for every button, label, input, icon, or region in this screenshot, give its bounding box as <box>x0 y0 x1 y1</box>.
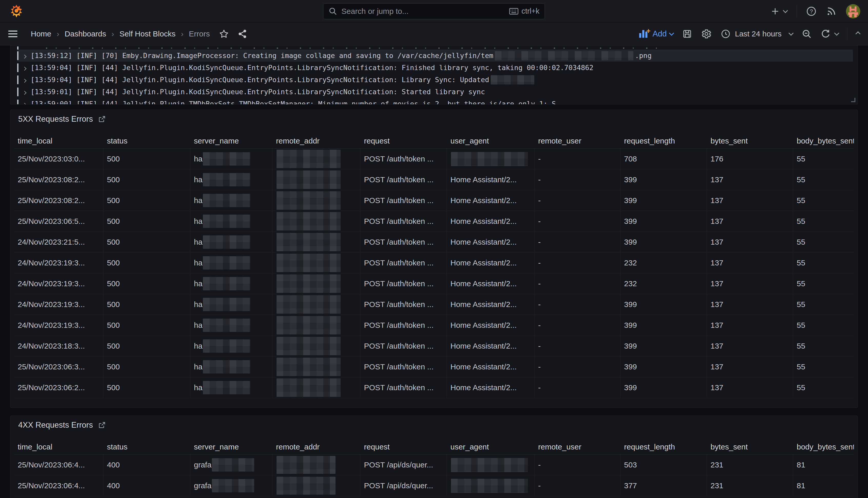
table-cell: 500 <box>103 336 190 356</box>
grafana-logo[interactable] <box>10 4 23 18</box>
table-cell: Home Assistant/2... <box>447 315 534 336</box>
breadcrumb-item-self-host-blocks[interactable]: Self Host Blocks <box>120 29 175 38</box>
table-cell: 231 <box>707 475 793 496</box>
expand-chevron-icon[interactable] <box>23 88 26 96</box>
column-header-remote_user[interactable]: remote_user <box>534 443 621 451</box>
table-cell: ha <box>190 253 272 273</box>
table-cell: POST /auth/token ... <box>361 253 447 273</box>
table-cell: ha <box>190 377 272 398</box>
column-header-time_local[interactable]: time_local <box>14 136 103 145</box>
log-line[interactable]: [13:59:12] [INF] [70] Emby.Drawing.Image… <box>17 50 853 62</box>
panel-header[interactable]: 4XX Requests Errors <box>14 416 854 434</box>
table-cell: 500 <box>103 232 190 252</box>
menu-button[interactable] <box>8 30 17 37</box>
panel-5xx-requests-errors: 5XX Requests Errors time_localstatusserv… <box>10 109 858 408</box>
table-cell: 55 <box>793 315 854 336</box>
table-cell: Home Assistant/2... <box>447 190 534 211</box>
chevron-right-icon <box>23 79 27 83</box>
table-cell: ha <box>190 315 272 336</box>
column-header-request_length[interactable]: request_length <box>621 136 707 145</box>
chevron-down-icon <box>783 8 788 13</box>
table-cell <box>272 475 361 496</box>
table-cell: 55 <box>793 294 854 315</box>
refresh-button[interactable] <box>820 29 839 39</box>
search-input[interactable] <box>341 7 505 16</box>
collapse-toolbar-button[interactable] <box>856 32 860 36</box>
log-text: .png <box>635 52 652 60</box>
column-header-time_local[interactable]: time_local <box>14 443 103 451</box>
breadcrumb-item-home[interactable]: Home <box>31 29 51 38</box>
redacted-blur <box>276 337 341 355</box>
table-cell: 55 <box>793 253 854 273</box>
column-header-request[interactable]: request <box>361 136 447 145</box>
column-header-body_bytes_sent[interactable]: body_bytes_sent <box>793 443 854 451</box>
dashboard-settings-button[interactable] <box>701 28 712 39</box>
log-text: [13:59:04] [INF] [44] Jellyfin.Plugin.Ko… <box>30 76 489 84</box>
expand-chevron-icon[interactable] <box>23 64 26 71</box>
news-button[interactable] <box>826 6 837 17</box>
expand-chevron-icon[interactable] <box>23 76 26 84</box>
table-cell: 176 <box>707 149 793 169</box>
search-icon <box>329 7 337 16</box>
favorite-button[interactable] <box>219 29 229 39</box>
table-cell: Home Assistant/2... <box>447 211 534 232</box>
column-header-status[interactable]: status <box>103 136 190 145</box>
panel-resize-handle[interactable] <box>851 98 855 102</box>
table-cell: 25/Nov/2023:06:2... <box>14 377 103 398</box>
help-button[interactable]: ? <box>806 6 817 17</box>
log-text: [13:59:12] [INF] [70] Emby.Drawing.Image… <box>30 52 493 60</box>
save-dashboard-button[interactable] <box>682 29 692 39</box>
cell-text: ha <box>194 383 202 392</box>
panel-header[interactable]: 5XX Requests Errors <box>14 110 854 128</box>
log-line[interactable]: [13:59:01] [INF] [44] Jellyfin.Plugin.Ko… <box>17 86 857 98</box>
expand-chevron-icon[interactable] <box>23 52 26 60</box>
column-header-user_agent[interactable]: user_agent <box>447 443 534 451</box>
log-line[interactable]: [13:59:04] [INF] [44] Jellyfin.Plugin.Ko… <box>17 74 857 86</box>
time-range-picker[interactable]: Last 24 hours <box>720 29 793 39</box>
column-header-body_bytes_sent[interactable]: body_bytes_sent <box>793 136 854 145</box>
table-row: 24/Nov/2023:19:3...500haPOST /auth/token… <box>14 294 854 315</box>
column-header-status[interactable]: status <box>103 443 190 451</box>
panel-add-icon: + <box>639 29 649 38</box>
breadcrumb-item-dashboards[interactable]: Dashboards <box>65 29 106 38</box>
column-header-request[interactable]: request <box>361 443 447 451</box>
table-cell: ha <box>190 149 272 169</box>
add-panel-button[interactable]: + Add <box>639 29 673 39</box>
table-cell: POST /auth/token ... <box>361 273 447 294</box>
external-link-icon[interactable] <box>98 115 106 123</box>
new-button[interactable] <box>770 6 787 16</box>
refresh-icon <box>820 29 831 39</box>
column-header-remote_user[interactable]: remote_user <box>534 136 621 145</box>
table-cell: 137 <box>707 294 793 315</box>
cell-text: ha <box>194 300 202 309</box>
table-cell: 55 <box>793 169 854 190</box>
table-cell: 377 <box>621 475 707 496</box>
column-header-request_length[interactable]: request_length <box>621 443 707 451</box>
table-cell: - <box>534 190 621 211</box>
table-cell: 500 <box>103 149 190 169</box>
column-header-server_name[interactable]: server_name <box>190 443 272 451</box>
column-header-server_name[interactable]: server_name <box>190 136 272 145</box>
expand-chevron-icon[interactable] <box>23 100 26 104</box>
log-line[interactable]: [13:59:04] [INF] [44] Jellyfin.Plugin.Ko… <box>17 62 857 74</box>
redacted-blur <box>276 233 341 251</box>
column-header-remote_addr[interactable]: remote_addr <box>272 443 361 451</box>
log-level-bar <box>17 47 18 50</box>
column-header-bytes_sent[interactable]: bytes_sent <box>707 136 793 145</box>
avatar[interactable] <box>846 4 860 18</box>
redacted-blur <box>203 339 250 353</box>
share-button[interactable] <box>238 29 247 39</box>
redacted-blur <box>276 212 341 231</box>
cell-text: ha <box>194 321 202 330</box>
table-cell: POST /auth/token ... <box>361 169 447 190</box>
zoom-out-button[interactable] <box>802 29 812 39</box>
table-cell: POST /auth/token ... <box>361 315 447 336</box>
column-header-user_agent[interactable]: user_agent <box>447 136 534 145</box>
column-header-remote_addr[interactable]: remote_addr <box>272 136 361 145</box>
log-line[interactable]: [13:59:00] [INF] [44] Jellyfin.Plugin.TM… <box>17 98 857 104</box>
redacted-blur <box>203 298 250 311</box>
column-header-bytes_sent[interactable]: bytes_sent <box>707 443 793 451</box>
search-box[interactable]: ctrl+k <box>323 3 545 19</box>
cell-text: ha <box>194 342 202 350</box>
external-link-icon[interactable] <box>98 421 106 429</box>
